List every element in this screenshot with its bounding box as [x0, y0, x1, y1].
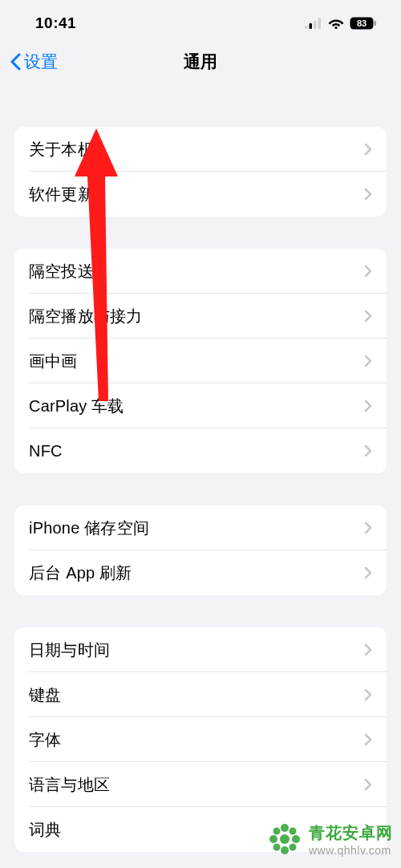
svg-rect-1: [310, 23, 313, 29]
svg-point-13: [273, 828, 281, 835]
watermark-url: www.qhhlv.com: [309, 844, 393, 857]
svg-point-12: [292, 835, 300, 843]
row-carplay[interactable]: CarPlay 车载: [14, 383, 387, 428]
row-label: 隔空播放与接力: [29, 306, 142, 327]
svg-point-9: [281, 824, 289, 832]
page-title: 通用: [184, 51, 217, 73]
row-airdrop[interactable]: 隔空投送: [14, 249, 387, 294]
svg-point-14: [290, 828, 297, 835]
svg-point-10: [281, 846, 289, 854]
chevron-right-icon: [364, 188, 372, 201]
svg-point-15: [273, 844, 281, 851]
row-label: 隔空投送: [29, 261, 94, 282]
watermark-title: 青花安卓网: [309, 822, 393, 844]
row-label: 画中画: [29, 351, 78, 372]
nav-bar: 设置 通用: [0, 43, 401, 88]
chevron-right-icon: [364, 688, 372, 701]
status-icons: 83: [305, 17, 377, 30]
row-label: NFC: [29, 442, 63, 460]
group-0: 关于本机 软件更新: [14, 127, 387, 217]
chevron-right-icon: [364, 566, 372, 579]
chevron-right-icon: [364, 355, 372, 367]
row-airplay-handoff[interactable]: 隔空播放与接力: [14, 294, 387, 339]
back-label: 设置: [24, 51, 58, 73]
svg-text:83: 83: [357, 18, 367, 28]
row-label: 键盘: [29, 684, 61, 706]
wifi-icon: [328, 18, 344, 29]
row-date-time[interactable]: 日期与时间: [14, 627, 387, 672]
row-label: 后台 App 刷新: [29, 562, 132, 584]
cellular-icon: [305, 18, 322, 29]
chevron-right-icon: [364, 444, 372, 457]
row-keyboard[interactable]: 键盘: [14, 672, 387, 717]
row-fonts[interactable]: 字体: [14, 717, 387, 762]
chevron-right-icon: [364, 400, 372, 412]
row-iphone-storage[interactable]: iPhone 储存空间: [14, 505, 387, 550]
group-2: iPhone 储存空间 后台 App 刷新: [14, 505, 387, 595]
svg-rect-6: [375, 21, 377, 26]
row-about[interactable]: 关于本机: [14, 127, 387, 172]
chevron-right-icon: [364, 733, 372, 746]
row-label: 字体: [29, 729, 61, 751]
svg-point-16: [290, 844, 297, 851]
content: 关于本机 软件更新 隔空投送 隔空播放与接力 画中画 CarPlay 车载 NF…: [0, 127, 401, 852]
row-label: 日期与时间: [29, 639, 110, 661]
svg-point-8: [280, 834, 290, 844]
watermark-logo-icon: [267, 821, 302, 857]
svg-rect-3: [318, 18, 322, 29]
row-background-refresh[interactable]: 后台 App 刷新: [14, 550, 387, 595]
svg-point-4: [334, 26, 337, 29]
back-button[interactable]: 设置: [10, 51, 58, 73]
status-time: 10:41: [35, 14, 76, 32]
chevron-right-icon: [364, 778, 372, 791]
row-label: 语言与地区: [29, 774, 110, 796]
chevron-right-icon: [364, 643, 372, 656]
chevron-right-icon: [364, 143, 372, 156]
status-bar: 10:41 83: [0, 0, 401, 43]
group-1: 隔空投送 隔空播放与接力 画中画 CarPlay 车载 NFC: [14, 249, 387, 473]
row-software-update[interactable]: 软件更新: [14, 172, 387, 217]
group-3: 日期与时间 键盘 字体 语言与地区 词典: [14, 627, 387, 852]
svg-rect-0: [305, 26, 308, 29]
row-label: 软件更新: [29, 184, 94, 205]
row-pip[interactable]: 画中画: [14, 339, 387, 383]
row-language-region[interactable]: 语言与地区: [14, 762, 387, 807]
row-label: CarPlay 车载: [29, 395, 124, 417]
svg-point-11: [269, 835, 277, 843]
row-nfc[interactable]: NFC: [14, 428, 387, 473]
watermark: 青花安卓网 www.qhhlv.com: [267, 821, 393, 857]
chevron-left-icon: [10, 53, 21, 71]
chevron-right-icon: [364, 521, 372, 534]
row-label: iPhone 储存空间: [29, 517, 149, 539]
battery-icon: 83: [350, 17, 377, 30]
svg-rect-2: [314, 21, 317, 29]
chevron-right-icon: [364, 310, 372, 322]
row-label: 关于本机: [29, 139, 94, 160]
chevron-right-icon: [364, 265, 372, 278]
row-label: 词典: [29, 819, 61, 841]
